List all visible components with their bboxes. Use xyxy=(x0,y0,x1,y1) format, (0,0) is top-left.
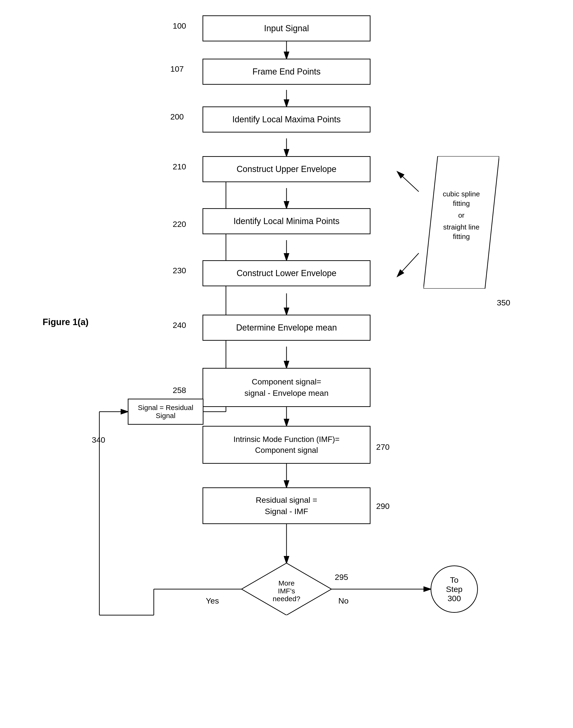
svg-line-21 xyxy=(398,172,419,192)
step-220: 220 xyxy=(173,219,186,229)
step-107: 107 xyxy=(170,64,184,73)
figure-label: Figure 1(a) xyxy=(43,317,89,327)
lower-envelope-box: Construct Lower Envelope xyxy=(203,260,370,286)
frame-end-points-box: Frame End Points xyxy=(203,59,370,85)
svg-text:More: More xyxy=(278,579,295,587)
yes-label: Yes xyxy=(206,596,219,606)
envelope-mean-box: Determine Envelope mean xyxy=(203,315,370,341)
local-maxima-box: Identify Local Maxima Points xyxy=(203,106,370,133)
svg-line-22 xyxy=(398,253,419,276)
step-350: 350 xyxy=(497,298,510,307)
cubic-spline-parallelogram: cubic spline fitting or straight line fi… xyxy=(423,156,499,289)
flowchart-diagram: Input Signal 100 Frame End Points 107 Id… xyxy=(0,0,573,728)
svg-text:needed?: needed? xyxy=(273,595,301,603)
step-340: 340 xyxy=(92,435,105,445)
more-imf-diamond: More IMF's needed? xyxy=(242,563,331,615)
step-100: 100 xyxy=(173,21,186,31)
step-270: 270 xyxy=(376,443,389,452)
upper-envelope-box: Construct Upper Envelope xyxy=(203,156,370,182)
svg-text:fitting: fitting xyxy=(453,232,470,241)
step-295: 295 xyxy=(335,573,348,582)
step-290: 290 xyxy=(376,502,389,511)
svg-text:straight line: straight line xyxy=(443,223,479,231)
svg-text:or: or xyxy=(458,211,465,219)
component-signal-box: Component signal= signal - Envelope mean xyxy=(203,368,370,407)
svg-text:IMF's: IMF's xyxy=(278,587,295,595)
step-210: 210 xyxy=(173,162,186,171)
step-240: 240 xyxy=(173,321,186,330)
imf-box: Intrinsic Mode Function (IMF)= Component… xyxy=(203,426,370,464)
step-258: 258 xyxy=(173,386,186,395)
residual-box: Residual signal = Signal - IMF xyxy=(203,487,370,524)
signal-residual-box: Signal = Residual Signal xyxy=(128,399,203,425)
step-230: 230 xyxy=(173,266,186,275)
svg-text:fitting: fitting xyxy=(453,200,470,207)
svg-text:cubic spline: cubic spline xyxy=(443,190,480,198)
svg-marker-27 xyxy=(423,156,499,289)
no-label: No xyxy=(338,596,349,606)
input-signal-box: Input Signal xyxy=(203,15,370,41)
local-minima-box: Identify Local Minima Points xyxy=(203,208,370,234)
step-200: 200 xyxy=(170,112,184,121)
to-step-300-circle: To Step 300 xyxy=(430,566,478,613)
